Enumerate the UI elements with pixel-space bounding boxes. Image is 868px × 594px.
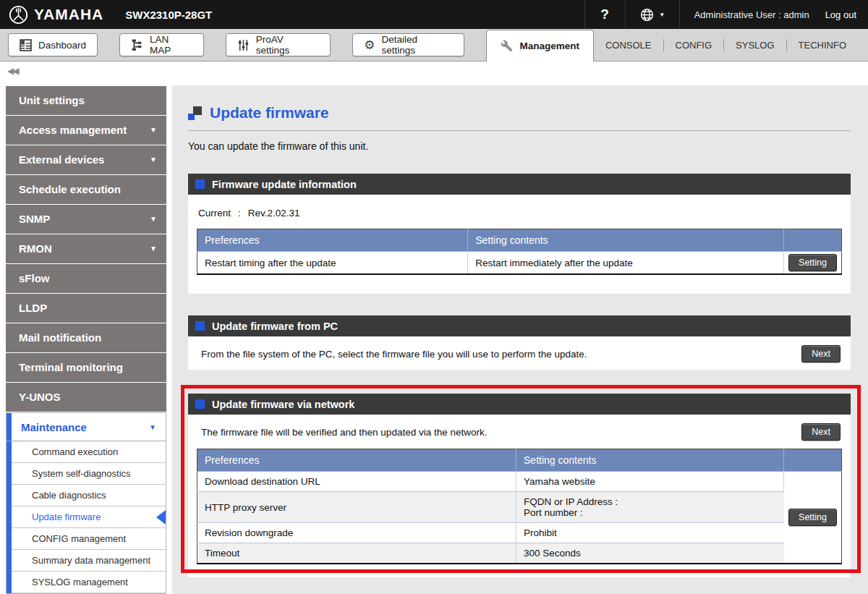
next-button[interactable]: Next <box>801 345 841 362</box>
selected-item-arrow-icon <box>156 510 166 525</box>
sidebar-item-label: Terminal monitoring <box>19 361 123 373</box>
link-techinfo[interactable]: TECHINFO <box>787 40 858 51</box>
page-description: You can update the firmware of this unit… <box>188 140 851 152</box>
value-cell: 300 Seconds <box>516 543 784 564</box>
lan-map-topology-icon <box>131 39 143 51</box>
tab-lan-map[interactable]: LAN MAP <box>119 33 204 56</box>
next-button[interactable]: Next <box>801 423 841 441</box>
tab-bar: Dashboard LAN MAP ProAV settings ⚙ Detai… <box>0 29 868 61</box>
table-row: Download destination URL Yamaha website … <box>197 472 842 492</box>
section-description: The firmware file will be verified and t… <box>201 427 487 438</box>
logout-link[interactable]: Log out <box>825 9 856 20</box>
current-separator: : <box>238 208 241 218</box>
page-title-icon <box>188 106 202 120</box>
help-icon: ? <box>600 7 609 22</box>
link-config[interactable]: CONFIG <box>664 40 724 51</box>
device-model: SWX2310P-28GT <box>125 9 212 21</box>
pref-cell: Restart timing after the update <box>197 252 468 275</box>
sidebar-item-label: LLDP <box>19 302 47 314</box>
table-row: Restart timing after the update Restart … <box>197 252 842 275</box>
sidebar-item-external-devices[interactable]: External devices ▼ <box>6 145 166 174</box>
sidebar-item-label: sFlow <box>19 272 50 284</box>
language-selector[interactable]: ▼ <box>625 0 680 29</box>
tab-label: Detailed settings <box>381 34 453 56</box>
tab-proav-settings[interactable]: ProAV settings <box>226 33 331 56</box>
top-bar: YAMAHA SWX2310P-28GT ? ▼ Administrative … <box>0 0 868 29</box>
sidebar-item-access-management[interactable]: Access management ▼ <box>6 116 166 145</box>
sidebar-item-schedule-execution[interactable]: Schedule execution <box>6 175 166 204</box>
setting-button[interactable]: Setting <box>788 254 837 271</box>
current-label: Current <box>198 208 231 218</box>
setting-button[interactable]: Setting <box>788 509 837 526</box>
sidebar-item-label: Maintenance <box>21 421 87 433</box>
chevron-down-icon: ▼ <box>150 145 157 174</box>
sidebar-subitem-label: Summary data management <box>32 555 150 566</box>
sidebar-item-snmp[interactable]: SNMP ▼ <box>6 205 166 234</box>
section-title: Firmware update information <box>212 179 357 190</box>
link-syslog[interactable]: SYSLOG <box>724 40 786 51</box>
section-bullet-icon <box>195 321 205 331</box>
section-title: Update firmware via network <box>212 399 354 410</box>
section-description: From the file system of the PC, select t… <box>201 349 587 360</box>
section-bullet-icon <box>195 399 205 409</box>
yamaha-logo: YAMAHA <box>0 5 103 25</box>
pref-cell: Timeout <box>197 543 516 564</box>
sidebar-item-mail-notification[interactable]: Mail notification <box>6 323 166 352</box>
sidebar-item-summary-data-management[interactable]: Summary data management <box>12 550 166 572</box>
dashboard-grid-icon <box>20 39 32 51</box>
table-row: Timeout 300 Seconds <box>197 543 842 564</box>
chevron-down-icon: ▼ <box>659 12 665 18</box>
sidebar-subitem-label: SYSLOG management <box>32 577 128 587</box>
sidebar-item-command-execution[interactable]: Command execution <box>12 441 166 463</box>
sidebar-subitem-label: Cable diagnostics <box>32 490 106 501</box>
section-firmware-update-information: Firmware update information Current:Rev.… <box>188 174 851 294</box>
sidebar-item-sflow[interactable]: sFlow <box>6 264 166 293</box>
tab-dashboard[interactable]: Dashboard <box>8 33 98 56</box>
sidebar-item-y-unos[interactable]: Y-UNOS <box>6 383 166 412</box>
main-content: Update firmware You can update the firmw… <box>172 85 868 594</box>
sidebar-item-label: External devices <box>19 153 104 166</box>
logged-in-user: Administrative User : admin <box>694 9 809 20</box>
column-header-action <box>784 449 842 472</box>
sidebar-item-syslog-management[interactable]: SYSLOG management <box>12 572 166 593</box>
sidebar: Unit settings Access management ▼ Extern… <box>6 86 166 594</box>
sidebar-item-rmon[interactable]: RMON ▼ <box>6 234 166 263</box>
chevron-down-icon: ▼ <box>150 116 157 145</box>
yamaha-tuning-fork-icon <box>9 5 28 25</box>
pref-cell: Revision downgrade <box>197 523 516 543</box>
value-cell: Yamaha website <box>516 472 784 492</box>
tab-label: Dashboard <box>38 40 86 51</box>
sidebar-subitem-label: System self-diagnostics <box>32 468 131 479</box>
sidebar-item-label: SNMP <box>19 213 50 225</box>
tab-detailed-settings[interactable]: ⚙ Detailed settings <box>352 33 464 56</box>
chevron-down-icon: ▼ <box>149 413 156 441</box>
sidebar-item-label: Mail notification <box>19 331 101 344</box>
link-console[interactable]: CONSOLE <box>594 40 663 51</box>
globe-icon <box>639 7 655 22</box>
column-header-preferences: Preferences <box>197 229 468 252</box>
sidebar-item-unit-settings[interactable]: Unit settings <box>6 86 166 115</box>
table-row: Revision downgrade Prohibit <box>197 523 842 543</box>
sidebar-maintenance-section: Maintenance ▼ Command execution System s… <box>6 412 166 594</box>
help-button[interactable]: ? <box>584 0 625 29</box>
section-title: Update firmware from PC <box>212 321 338 332</box>
column-header-setting-contents: Setting contents <box>516 449 784 472</box>
sidebar-item-terminal-monitoring[interactable]: Terminal monitoring <box>6 353 166 382</box>
sidebar-item-label: Access management <box>19 124 127 136</box>
value-line: FQDN or IP Address : <box>524 496 777 507</box>
sidebar-item-config-management[interactable]: CONFIG management <box>12 528 166 550</box>
sidebar-subitem-label: CONFIG management <box>32 533 126 544</box>
current-revision: Current:Rev.2.02.31 <box>198 208 842 218</box>
sidebar-item-lldp[interactable]: LLDP <box>6 294 166 323</box>
sidebar-item-maintenance[interactable]: Maintenance ▼ <box>7 413 166 441</box>
tab-management-active[interactable]: Management <box>486 30 594 61</box>
sidebar-item-system-self-diagnostics[interactable]: System self-diagnostics <box>12 463 166 485</box>
sidebar-item-cable-diagnostics[interactable]: Cable diagnostics <box>12 485 166 506</box>
section-bullet-icon <box>195 179 205 189</box>
pref-cell: Download destination URL <box>197 472 516 492</box>
page-title: Update firmware <box>210 104 329 122</box>
column-header-action <box>784 229 842 252</box>
sidebar-collapse-icon[interactable]: ◀◀ <box>7 66 17 76</box>
sidebar-item-label: Y-UNOS <box>19 391 61 403</box>
sidebar-item-update-firmware-selected[interactable]: Update firmware <box>12 506 166 528</box>
